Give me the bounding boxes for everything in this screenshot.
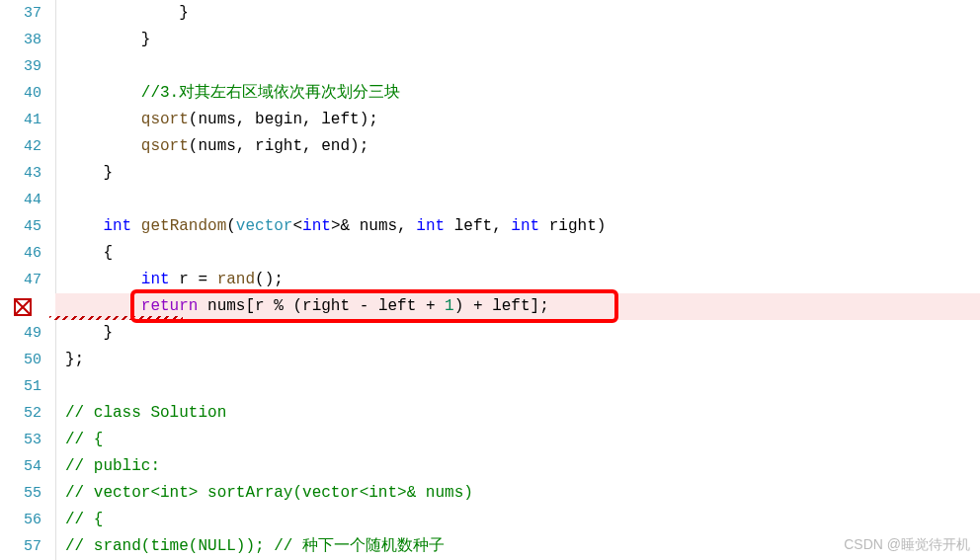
code-line [55, 373, 980, 400]
code-line: } [55, 320, 980, 347]
code-line: // vector<int> sortArray(vector<int>& nu… [55, 480, 980, 507]
line-number: 43 [0, 160, 41, 187]
line-number: 56 [0, 507, 41, 533]
code-line [55, 187, 980, 213]
line-number: 53 [0, 427, 41, 453]
code-line: // { [55, 427, 980, 453]
line-number: 37 [0, 0, 41, 27]
line-number: 50 [0, 347, 41, 373]
code-line: // class Solution [55, 400, 980, 427]
line-number: 40 [0, 80, 41, 107]
line-number: 54 [0, 453, 41, 480]
line-number: 51 [0, 373, 41, 400]
watermark: CSDN @睡觉待开机 [844, 536, 970, 554]
code-line: } [55, 27, 980, 53]
code-line-error: return nums[r % (right - left + 1) + lef… [55, 293, 980, 320]
code-line [55, 53, 980, 80]
error-icon [14, 298, 32, 316]
code-line: int r = rand(); [55, 267, 980, 293]
line-number: 45 [0, 213, 41, 240]
line-number: 39 [0, 53, 41, 80]
line-number: 41 [0, 107, 41, 133]
code-line: // srand(time(NULL)); // 种下一个随机数种子 [55, 533, 980, 560]
code-line: // { [55, 507, 980, 533]
code-line: qsort(nums, begin, left); [55, 107, 980, 133]
line-number: 52 [0, 400, 41, 427]
code-line: // public: [55, 453, 980, 480]
code-line: { [55, 240, 980, 267]
line-number: 44 [0, 187, 41, 213]
code-line: int getRandom(vector<int>& nums, int lef… [55, 213, 980, 240]
line-number-gutter: 37 38 39 40 41 42 43 44 45 46 47 49 50 5… [0, 0, 55, 560]
code-line: //3.对其左右区域依次再次划分三块 [55, 80, 980, 107]
line-number: 38 [0, 27, 41, 53]
line-number: 49 [0, 320, 41, 347]
line-number: 46 [0, 240, 41, 267]
line-number: 42 [0, 133, 41, 160]
line-number: 57 [0, 533, 41, 560]
line-number: 47 [0, 267, 41, 293]
code-line: qsort(nums, right, end); [55, 133, 980, 160]
code-editor[interactable]: 37 38 39 40 41 42 43 44 45 46 47 49 50 5… [0, 0, 980, 560]
code-content[interactable]: } } //3.对其左右区域依次再次划分三块 qsort(nums, begin… [55, 0, 980, 560]
line-number: 55 [0, 480, 41, 507]
code-line: } [55, 160, 980, 187]
code-line: }; [55, 347, 980, 373]
error-gutter [0, 293, 41, 320]
code-line: } [55, 0, 980, 27]
